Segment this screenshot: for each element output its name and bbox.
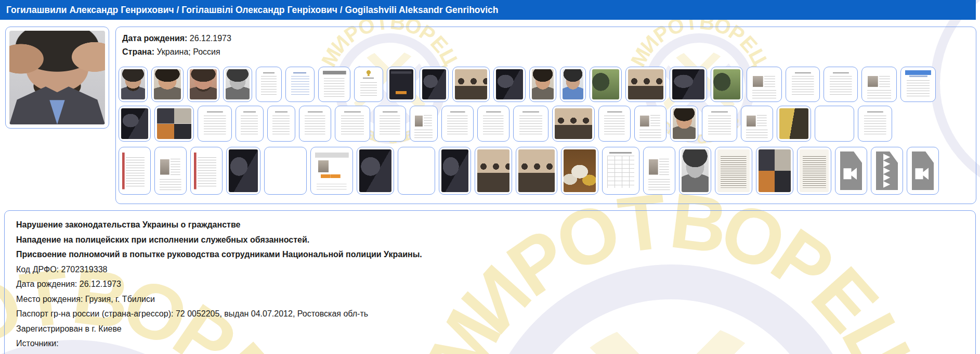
- document-thumbnail[interactable]: [797, 147, 831, 195]
- document-thumbnail[interactable]: [154, 147, 187, 195]
- photo-thumbnail[interactable]: [756, 147, 793, 195]
- photo-thumbnail[interactable]: [475, 147, 512, 195]
- doc-preview: [444, 108, 471, 139]
- photo-thumbnail[interactable]: [452, 67, 490, 102]
- video-attachment-icon[interactable]: [907, 147, 939, 195]
- photo-dark-preview: [441, 149, 468, 192]
- photo-thumbnail[interactable]: [679, 147, 711, 195]
- photo-thumbnail[interactable]: [387, 67, 416, 102]
- document-thumbnail[interactable]: [236, 106, 264, 142]
- photo-thumbnail[interactable]: [670, 67, 707, 102]
- photo-thumbnail[interactable]: [420, 67, 449, 102]
- document-thumbnail[interactable]: [410, 106, 438, 142]
- doc-table-preview: [605, 149, 637, 192]
- country-label: Страна:: [122, 47, 154, 56]
- document-thumbnail[interactable]: [715, 147, 752, 195]
- document-thumbnail[interactable]: [354, 67, 383, 102]
- document-thumbnail[interactable]: [513, 106, 548, 142]
- video-attachment-icon[interactable]: [835, 147, 867, 195]
- main-photo[interactable]: [9, 31, 105, 124]
- record-field: Дата рождения: 26.12.1973: [16, 277, 964, 292]
- doc-header-preview: [321, 69, 348, 99]
- document-thumbnail[interactable]: [747, 67, 782, 102]
- doc-type-preview: [717, 149, 750, 192]
- doc-red-preview: [121, 149, 148, 192]
- photo-thumbnail[interactable]: [560, 67, 586, 102]
- photo-group-preview: [455, 69, 487, 99]
- doc-blue-header-preview: [903, 69, 933, 99]
- document-thumbnail[interactable]: [634, 106, 667, 142]
- doc-preview: [826, 69, 855, 99]
- document-thumbnail[interactable]: [256, 67, 282, 102]
- photo-thumbnail[interactable]: [711, 67, 743, 102]
- document-thumbnail[interactable]: [299, 106, 331, 142]
- document-thumbnail[interactable]: [119, 147, 151, 195]
- photo-thumbnail[interactable]: [777, 106, 811, 142]
- photo-thumbnail[interactable]: [529, 67, 556, 102]
- document-thumbnail[interactable]: [702, 106, 737, 142]
- photo-thumbnail[interactable]: [310, 147, 353, 195]
- accusation-line: Нападение на полицейских при исполнении …: [16, 233, 964, 248]
- photo-thumbnail[interactable]: [493, 67, 526, 102]
- document-thumbnail[interactable]: [285, 67, 315, 102]
- photo-green-preview: [713, 69, 740, 99]
- doc-photo-preview: [864, 69, 894, 99]
- doc-type-preview: [800, 149, 829, 192]
- photo-group-preview: [477, 149, 509, 192]
- photo-thumbnail[interactable]: [264, 147, 307, 195]
- doc-photo-preview: [646, 149, 673, 192]
- sources-list: Скандал с полицейскими на блокпосту в Кр…: [16, 351, 964, 354]
- photo-thumbnail[interactable]: [590, 67, 622, 102]
- document-thumbnail[interactable]: [267, 106, 295, 142]
- document-thumbnail[interactable]: [374, 106, 406, 142]
- photo-thumbnail[interactable]: [398, 147, 435, 195]
- photo-thumbnail[interactable]: [151, 67, 184, 102]
- photo-thumbnail[interactable]: [516, 147, 557, 195]
- document-thumbnail[interactable]: [741, 106, 773, 142]
- record-field: Паспорт гр-на россии (страна-агрессор): …: [16, 307, 964, 322]
- document-thumbnail[interactable]: [335, 106, 370, 142]
- gallery-row-1: [119, 67, 936, 102]
- photo-thumbnail[interactable]: [357, 147, 394, 195]
- main-photo-card[interactable]: [5, 27, 109, 129]
- document-thumbnail[interactable]: [598, 106, 631, 142]
- photo-thumbnail[interactable]: [439, 147, 471, 195]
- doc-preview: [238, 108, 261, 139]
- document-thumbnail[interactable]: [786, 67, 820, 102]
- photo-thumbnail[interactable]: [154, 106, 194, 142]
- photo-thumbnail[interactable]: [670, 106, 698, 142]
- photo-dark-preview: [121, 108, 148, 139]
- photo-yellow-preview: [779, 108, 808, 139]
- photo-group-preview: [555, 108, 592, 139]
- photo-thumbnail[interactable]: [119, 106, 151, 142]
- photo-thumbnail[interactable]: [223, 67, 252, 102]
- source-link[interactable]: Скандал с полицейскими на блокпосту в Кр…: [16, 351, 964, 354]
- portrait-tan-preview: [154, 69, 181, 99]
- photo-thumbnail[interactable]: [625, 67, 666, 102]
- document-thumbnail[interactable]: [824, 67, 858, 102]
- doc-emblem-preview: [357, 69, 381, 99]
- document-thumbnail[interactable]: [643, 147, 675, 195]
- photo-thumbnail[interactable]: [187, 67, 219, 102]
- gallery-row-2: [119, 106, 892, 142]
- document-thumbnail[interactable]: [190, 147, 223, 195]
- document-thumbnail[interactable]: [602, 147, 639, 195]
- photo-thumbnail[interactable]: [119, 67, 148, 102]
- document-thumbnail[interactable]: [441, 106, 474, 142]
- photo-thumbnail[interactable]: [552, 106, 595, 142]
- gallery-row-3: [119, 147, 939, 195]
- doc-red-preview: [193, 149, 220, 192]
- document-thumbnail[interactable]: [861, 67, 897, 102]
- document-thumbnail[interactable]: [318, 67, 350, 102]
- document-thumbnail[interactable]: [858, 106, 892, 142]
- document-thumbnail[interactable]: [198, 106, 232, 142]
- doc-preview: [860, 108, 890, 139]
- photo-thumbnail[interactable]: [815, 106, 854, 142]
- document-thumbnail[interactable]: [900, 67, 936, 102]
- doc-preview: [704, 108, 735, 139]
- photo-thumbnail[interactable]: [561, 147, 598, 195]
- photo-thumbnail[interactable]: [226, 147, 260, 195]
- photo-dark-preview: [496, 69, 523, 99]
- video-attachment-icon[interactable]: [871, 147, 903, 195]
- document-thumbnail[interactable]: [477, 106, 509, 142]
